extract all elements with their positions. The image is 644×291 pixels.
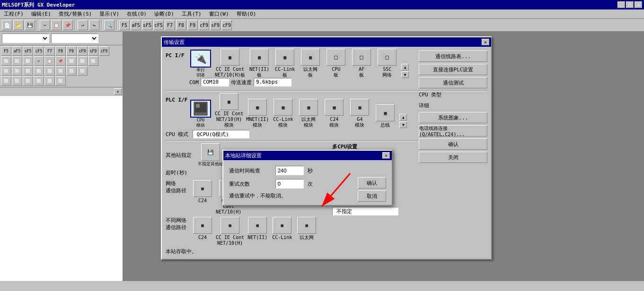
sb18[interactable]: ⬜: [77, 56, 88, 66]
plc-nav-up[interactable]: ▲: [399, 114, 407, 120]
sb2[interactable]: aF5: [12, 46, 22, 56]
t2[interactable]: aF5: [131, 20, 141, 30]
sb24[interactable]: ⬜: [44, 66, 55, 76]
new-btn[interactable]: 📄: [2, 20, 12, 30]
sb11[interactable]: ⬜: [1, 56, 11, 66]
menu-edit[interactable]: 编辑(E): [29, 10, 53, 18]
menu-window[interactable]: 窗口(W): [207, 10, 231, 18]
diff-cclink[interactable]: ▦ CC-Link: [271, 217, 293, 246]
net-c24[interactable]: ▦ C24: [191, 180, 214, 215]
sidebar-dropdown2[interactable]: [51, 34, 98, 43]
comm-timeout-input[interactable]: [275, 166, 304, 175]
close-main-btn[interactable]: 关闭: [419, 152, 487, 163]
menu-tools[interactable]: 工具(T): [180, 10, 203, 18]
save-btn[interactable]: 💾: [25, 20, 35, 30]
icon-bus[interactable]: ▦ 总线: [374, 104, 397, 128]
t1[interactable]: F5: [119, 20, 130, 30]
menu-view[interactable]: 显示(V): [97, 10, 121, 18]
sb33[interactable]: ⬜: [55, 76, 66, 86]
transfer-dialog-close[interactable]: ×: [482, 39, 489, 45]
icon-cclink[interactable]: ▦ CC-Link板: [273, 49, 296, 78]
sb4[interactable]: cF5: [34, 46, 44, 56]
sb7[interactable]: F9: [66, 46, 77, 56]
plc-nav-down[interactable]: ▼: [399, 121, 407, 128]
sb31[interactable]: ⬜: [34, 76, 44, 86]
icon-mnet2[interactable]: ▦ MNET(II)模块: [246, 99, 269, 128]
sb5[interactable]: F7: [44, 46, 55, 56]
icon-ethernet[interactable]: ▦ 以太网板: [299, 49, 322, 78]
diff-cc-ie[interactable]: ▦ CC IE ContNET/10(H): [216, 217, 244, 246]
menu-online[interactable]: 在线(O): [125, 10, 149, 18]
sb8[interactable]: cF9: [77, 46, 88, 56]
t10[interactable]: cF9: [221, 20, 232, 30]
sb9[interactable]: sF9: [88, 46, 98, 56]
sb19[interactable]: ⬜: [88, 56, 98, 66]
sb13[interactable]: ⬜: [23, 56, 33, 66]
paste-btn[interactable]: 📌: [62, 20, 73, 30]
diff-eth[interactable]: ▦ 以太网: [295, 217, 318, 246]
sb17[interactable]: ⬜: [66, 56, 77, 66]
sb14[interactable]: ✂: [34, 56, 44, 66]
diff-c24[interactable]: ▦ C24: [191, 217, 214, 246]
confirm-main-btn[interactable]: 确认: [419, 138, 487, 150]
maximize-button[interactable]: □: [626, 1, 634, 8]
minimize-button[interactable]: _: [618, 1, 625, 8]
sb23[interactable]: ⬜: [34, 66, 44, 76]
comm-test-btn[interactable]: 通信测试: [419, 77, 487, 88]
t8[interactable]: cF9: [199, 20, 209, 30]
inner-cancel-btn[interactable]: 取消: [358, 190, 386, 202]
icon-cc-ie-cont[interactable]: ▦ CC IE ContNET/10(H)板: [215, 49, 245, 78]
sb27[interactable]: ⬜: [77, 66, 88, 76]
undo-btn[interactable]: ↩: [78, 20, 88, 30]
sb6[interactable]: F8: [55, 46, 66, 56]
sb21[interactable]: ⬜: [12, 66, 22, 76]
t7[interactable]: F9: [187, 20, 198, 30]
sidebar-close-btn[interactable]: ×: [114, 88, 122, 95]
inner-dialog-close[interactable]: ×: [382, 152, 390, 159]
diff-net2[interactable]: ▦ NET(II): [246, 217, 269, 246]
t6[interactable]: F8: [176, 20, 186, 30]
find-btn[interactable]: 🔍: [104, 20, 115, 30]
menu-diagnose[interactable]: 诊断(D): [152, 10, 176, 18]
sb28[interactable]: ⬜: [1, 76, 11, 86]
icon-g4[interactable]: ▦ G4模块: [348, 99, 371, 128]
sb16[interactable]: 📌: [55, 56, 66, 66]
open-btn[interactable]: 📂: [13, 20, 24, 30]
icon-cpu-plc[interactable]: CPU模块: [189, 100, 212, 128]
icon-serial-usb[interactable]: 🔌 串行USB: [189, 50, 212, 78]
icon-net2[interactable]: ▦ NET(II)板: [248, 49, 271, 78]
t5[interactable]: F7: [165, 20, 175, 30]
comm-table-btn[interactable]: 通信线路表...: [419, 51, 487, 62]
sb20[interactable]: ⬜: [1, 66, 11, 76]
sb32[interactable]: ⬜: [44, 76, 55, 86]
copy-btn[interactable]: 📋: [51, 20, 62, 30]
redo-btn[interactable]: ↪: [89, 20, 99, 30]
direct-connect-btn[interactable]: 直接连接PLC设置: [419, 64, 487, 75]
cut-btn[interactable]: ✂: [40, 20, 50, 30]
icon-cpu-pc[interactable]: □ CPU板: [325, 49, 347, 78]
t4[interactable]: cF5: [153, 20, 164, 30]
menu-project[interactable]: 工程(F): [2, 10, 26, 18]
sb30[interactable]: ⬜: [23, 76, 33, 86]
icon-cc-ie-module[interactable]: ▦ CC IE ContNET/10(H)模块: [215, 93, 243, 128]
sb22[interactable]: ⬜: [23, 66, 33, 76]
baud-value[interactable]: 9.6kbps: [254, 78, 291, 86]
inner-ok-btn[interactable]: 确认: [358, 177, 386, 188]
retry-count-input[interactable]: [275, 179, 304, 188]
sb1[interactable]: F5: [1, 46, 11, 56]
icon-ssc[interactable]: □ SSC网络: [376, 49, 398, 78]
nav-up-btn[interactable]: ▲: [401, 64, 409, 70]
nav-down-btn[interactable]: ▼: [401, 71, 409, 78]
icon-c24-module[interactable]: ▦ C24模块: [323, 99, 345, 128]
sb12[interactable]: ⬜: [12, 56, 22, 66]
sidebar-dropdown1[interactable]: [2, 34, 49, 43]
icon-af[interactable]: □ AF板: [350, 49, 373, 78]
system-diagram-btn[interactable]: 系统图象...: [419, 112, 487, 123]
t9[interactable]: sF9: [210, 20, 221, 30]
menu-find[interactable]: 查找/替换(S): [57, 10, 94, 18]
sb25[interactable]: ⬜: [55, 66, 66, 76]
phone-connect-btn[interactable]: 电话线路连接(Q/A6TEL,C24)...: [419, 125, 487, 137]
sb10[interactable]: cF9: [99, 46, 109, 56]
close-button[interactable]: ×: [635, 1, 642, 8]
t3[interactable]: sF5: [142, 20, 152, 30]
